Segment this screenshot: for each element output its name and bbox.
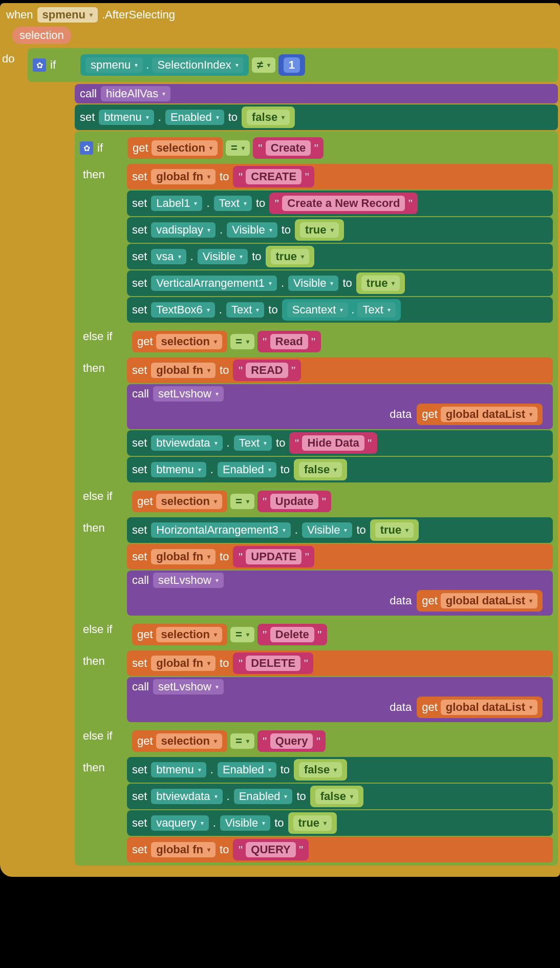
- var-global-fn[interactable]: global fn: [151, 842, 216, 857]
- comp-btmenu[interactable]: btmenu: [151, 462, 206, 477]
- var-selection[interactable]: selection: [152, 140, 218, 156]
- set-textbox6-text[interactable]: set TextBox6. Text to Scantext. Text: [127, 297, 553, 323]
- var-selection[interactable]: selection: [156, 733, 222, 749]
- var-global-datalist[interactable]: global dataList: [441, 700, 537, 715]
- get-scantext-text: Scantext. Text: [282, 299, 401, 321]
- get-kw: get: [137, 734, 153, 748]
- set-global-fn-read[interactable]: set global fn to "READ": [127, 357, 553, 383]
- var-selection[interactable]: selection: [156, 627, 222, 642]
- proc-setlvshow[interactable]: setLvshow: [153, 386, 224, 402]
- set-global-fn-delete[interactable]: set global fn to "DELETE": [127, 650, 553, 676]
- comp-scantext[interactable]: Scantext: [287, 302, 349, 318]
- set-kw: set: [132, 790, 147, 803]
- comp-vaquery[interactable]: vaquery: [151, 815, 208, 831]
- false-dropdown[interactable]: false: [299, 462, 342, 477]
- set-kw: set: [132, 170, 147, 183]
- var-global-fn[interactable]: global fn: [151, 363, 216, 378]
- set-vaquery-visible[interactable]: set vaquery. Visible to true: [127, 810, 553, 836]
- set-btmenu-enabled-false-3[interactable]: set btmenu. Enabled to false: [127, 757, 553, 783]
- comp-label1[interactable]: Label1: [151, 196, 202, 211]
- op-neq[interactable]: ≠: [252, 57, 275, 73]
- var-global-datalist[interactable]: global dataList: [441, 593, 537, 608]
- prop-text[interactable]: Text: [357, 302, 395, 318]
- set-kw: set: [132, 277, 147, 290]
- call-setlvshow-update[interactable]: call setLvshow data getglobal dataList: [127, 571, 553, 616]
- prop-text[interactable]: Text: [234, 435, 272, 451]
- set-ha3-visible[interactable]: set HorizontalArrangement3. Visible to t…: [127, 517, 553, 543]
- var-global-fn[interactable]: global fn: [151, 656, 216, 671]
- op-eq[interactable]: =: [230, 733, 254, 749]
- set-va1-visible[interactable]: set VerticalArrangement1. Visible to tru…: [127, 270, 553, 296]
- false-dropdown[interactable]: false: [247, 110, 290, 125]
- cond-eq-query: getselection = "Query": [127, 727, 331, 755]
- if-block-inner[interactable]: ✿ if get selection = "Create": [75, 131, 558, 866]
- proc-setlvshow[interactable]: setLvshow: [153, 573, 224, 588]
- comp-btviewdata[interactable]: btviewdata: [151, 435, 222, 451]
- false-dropdown[interactable]: false: [299, 762, 342, 777]
- op-eq[interactable]: =: [230, 334, 254, 349]
- comp-btviewdata[interactable]: btviewdata: [151, 789, 222, 804]
- true-dropdown[interactable]: true: [293, 815, 332, 831]
- true-dropdown[interactable]: true: [300, 222, 339, 238]
- then-label: then: [80, 516, 127, 535]
- true-dropdown[interactable]: true: [271, 249, 310, 264]
- set-kw: set: [132, 816, 147, 830]
- prop-visible[interactable]: Visible: [227, 222, 277, 238]
- prop-text[interactable]: Text: [226, 302, 264, 318]
- call-setlvshow-read[interactable]: call setLvshow data getglobal dataList: [127, 384, 553, 429]
- var-global-fn[interactable]: global fn: [151, 169, 216, 184]
- when-kw: when: [6, 8, 33, 22]
- call-setlvshow-delete[interactable]: call setLvshow data getglobal dataList: [127, 677, 553, 722]
- op-eq[interactable]: =: [230, 627, 254, 642]
- op-eq[interactable]: =: [226, 140, 250, 156]
- set-kw: set: [132, 843, 147, 856]
- var-selection[interactable]: selection: [156, 494, 222, 509]
- prop-selectionindex[interactable]: SelectionIndex: [152, 57, 243, 73]
- set-global-fn-update[interactable]: set global fn to "UPDATE": [127, 544, 553, 570]
- set-btviewdata-text[interactable]: set btviewdata. Text to "Hide Data": [127, 430, 553, 456]
- comp-textbox6[interactable]: TextBox6: [151, 302, 215, 318]
- comp-va1[interactable]: VerticalArrangement1: [151, 276, 277, 291]
- var-global-fn[interactable]: global fn: [151, 549, 216, 564]
- var-global-datalist[interactable]: global dataList: [441, 407, 537, 422]
- prop-visible[interactable]: Visible: [302, 522, 352, 538]
- set-global-fn-query[interactable]: set global fn to "QUERY": [127, 837, 553, 862]
- if-block-outer[interactable]: ✿ if spmenu . SelectionIndex ≠ 1: [28, 48, 558, 82]
- comp-spmenu[interactable]: spmenu: [85, 57, 143, 73]
- proc-hideallvas[interactable]: hideAllVas: [101, 86, 170, 101]
- set-vsa-visible[interactable]: set vsa. Visible to true: [127, 244, 553, 269]
- comp-vsa[interactable]: vsa: [151, 249, 186, 264]
- proc-setlvshow[interactable]: setLvshow: [153, 679, 224, 695]
- comp-ha3[interactable]: HorizontalArrangement3: [151, 522, 290, 538]
- prop-enabled[interactable]: Enabled: [218, 462, 276, 477]
- to-kw: to: [268, 303, 277, 317]
- elseif-label: else if: [80, 485, 127, 503]
- set-global-fn-create[interactable]: set global fn to "CREATE": [127, 164, 553, 190]
- op-eq[interactable]: =: [230, 494, 254, 509]
- true-dropdown[interactable]: true: [361, 276, 400, 291]
- prop-enabled[interactable]: Enabled: [234, 789, 293, 804]
- event-block[interactable]: when spmenu .AfterSelecting selection do…: [0, 3, 560, 877]
- set-label1-text[interactable]: set Label1. Text to "Create a New Record…: [127, 191, 553, 216]
- prop-enabled[interactable]: Enabled: [218, 762, 276, 777]
- comp-btmenu[interactable]: btmenu: [99, 110, 154, 125]
- prop-text[interactable]: Text: [214, 196, 252, 211]
- prop-enabled[interactable]: Enabled: [165, 110, 224, 125]
- gear-icon[interactable]: ✿: [33, 58, 46, 72]
- var-selection[interactable]: selection: [156, 334, 222, 349]
- true-dropdown[interactable]: true: [375, 522, 414, 538]
- prop-visible[interactable]: Visible: [198, 249, 248, 264]
- prop-visible[interactable]: Visible: [220, 815, 270, 831]
- false-dropdown[interactable]: false: [315, 789, 358, 804]
- event-component-dropdown[interactable]: spmenu: [37, 7, 98, 23]
- comp-btmenu[interactable]: btmenu: [151, 762, 206, 777]
- comp-vadisplay[interactable]: vadisplay: [151, 222, 216, 238]
- set-btviewdata-enabled-false[interactable]: set btviewdata. Enabled to false: [127, 784, 553, 809]
- set-btmenu-enabled-false-2[interactable]: set btmenu. Enabled to false: [127, 457, 553, 482]
- set-vadisplay-visible[interactable]: set vadisplay. Visible to true: [127, 217, 553, 243]
- gear-icon[interactable]: ✿: [80, 141, 93, 155]
- set-btmenu-enabled-false[interactable]: set btmenu . Enabled to false: [75, 104, 558, 130]
- prop-visible[interactable]: Visible: [288, 276, 338, 291]
- call-hideallvas[interactable]: call hideAllVas: [75, 84, 558, 103]
- get-kw: get: [137, 495, 153, 508]
